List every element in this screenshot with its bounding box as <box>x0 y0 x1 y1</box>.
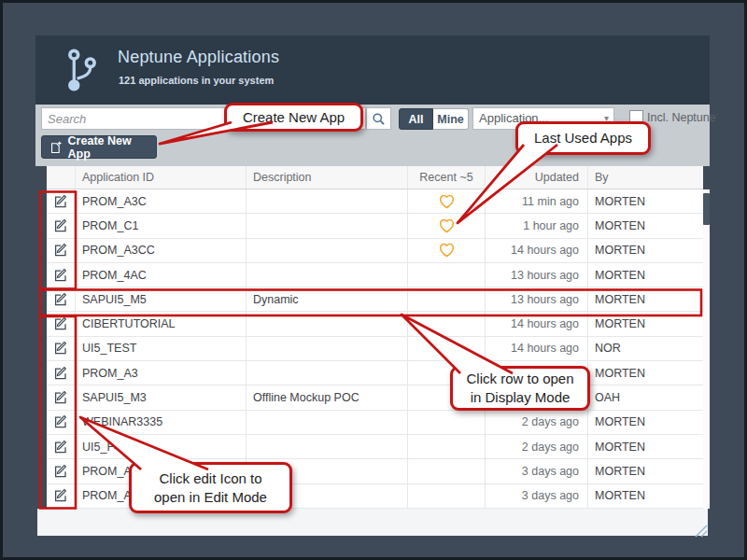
cell-by: MORTEN <box>588 312 703 335</box>
table-row[interactable]: PROM_4AC 13 hours ago MORTEN <box>47 263 703 287</box>
edit-icon-button[interactable] <box>47 385 76 409</box>
add-document-icon <box>49 140 63 155</box>
table-row[interactable]: UI5_TEST 14 hours ago NOR <box>47 337 703 361</box>
edit-icon-button[interactable] <box>47 312 76 335</box>
cell-description <box>247 361 408 385</box>
table-header-row: Application ID Description Recent ~5 Upd… <box>47 166 703 189</box>
cell-application-id: PROM_4AC <box>76 263 247 287</box>
header-updated[interactable]: Updated <box>486 166 588 189</box>
cell-by: MORTEN <box>588 459 703 483</box>
table-row[interactable]: PROM_C1 1 hour ago MORTEN <box>47 214 703 238</box>
search-button[interactable] <box>366 107 391 130</box>
cell-recent <box>408 287 486 311</box>
page-title: Neptune Applications <box>118 48 279 67</box>
cell-updated: 14 hours ago <box>486 337 588 360</box>
edit-icon-button[interactable] <box>47 189 76 213</box>
cell-description <box>247 337 408 360</box>
cell-description <box>247 239 408 262</box>
cell-recent <box>408 312 486 335</box>
edit-icon-button[interactable] <box>47 435 76 458</box>
header-description[interactable]: Description <box>247 166 408 189</box>
edit-icon <box>53 268 68 283</box>
table-row[interactable]: WEBINAR3335 2 days ago MORTEN <box>47 411 703 435</box>
cell-description <box>247 411 408 434</box>
cell-application-id: SAPUI5_M5 <box>76 287 247 311</box>
cell-application-id: PROM_A3CC <box>76 239 247 262</box>
edit-icon <box>53 464 68 479</box>
callout-edit-mode-line1: Click edit Icon to <box>159 469 261 488</box>
cell-recent <box>408 337 486 360</box>
cell-by: MORTEN <box>588 189 703 213</box>
cell-description <box>247 263 408 287</box>
table-row[interactable]: SAPUI5_M5 Dynamic 13 hours ago MORTEN <box>47 287 703 312</box>
cell-updated: 13 hours ago <box>486 263 588 287</box>
table-row[interactable]: PROM_A3C 11 min ago MORTEN <box>47 189 703 214</box>
create-new-app-button[interactable]: Create New App <box>41 135 157 159</box>
cell-updated: 14 hours ago <box>486 312 588 335</box>
resize-grip-icon[interactable] <box>693 523 708 538</box>
edit-icon-button[interactable] <box>47 484 76 508</box>
cell-updated: 14 hours ago <box>486 239 588 262</box>
callout-edit-mode-line2: open in Edit Mode <box>154 488 267 507</box>
cell-updated: 3 days ago <box>486 459 588 483</box>
callout-create-new-app-text: Create New App <box>243 108 345 127</box>
scrollbar-thumb[interactable] <box>703 193 710 225</box>
callout-last-used-apps-text: Last Used Apps <box>534 129 632 147</box>
edit-icon-button[interactable] <box>47 337 76 360</box>
cell-recent <box>408 484 486 508</box>
edit-icon-button[interactable] <box>47 361 76 385</box>
edit-icon-button[interactable] <box>47 263 76 287</box>
edit-icon-button[interactable] <box>47 459 76 483</box>
edit-icon <box>53 414 68 429</box>
table-row[interactable]: UI5_F4 2 days ago MORTEN <box>47 435 703 459</box>
cell-by: MORTEN <box>588 361 703 385</box>
header-application-id[interactable]: Application ID <box>76 166 247 189</box>
cell-updated: 2 days ago <box>486 411 588 434</box>
edit-icon <box>53 390 68 405</box>
table-row[interactable]: PROM_A3 MORTEN <box>47 361 703 385</box>
edit-icon <box>53 316 68 331</box>
table-row[interactable]: PROM_A3CC 14 hours ago MORTEN <box>47 239 703 263</box>
cell-by: NOR <box>588 337 703 360</box>
cell-updated: 3 days ago <box>486 484 588 508</box>
cell-by: MORTEN <box>588 484 703 508</box>
screenshot-stage: Neptune Applications 121 applications in… <box>0 0 747 560</box>
cell-description <box>247 435 408 458</box>
filter-mine-segment[interactable]: Mine <box>433 108 469 130</box>
cell-application-id: PROM_A3C <box>76 189 247 213</box>
edit-icon <box>53 218 68 233</box>
cell-recent <box>408 459 486 483</box>
edit-icon-button[interactable] <box>47 287 76 311</box>
cell-by: MORTEN <box>588 411 703 434</box>
edit-icon <box>53 194 68 209</box>
edit-icon-button[interactable] <box>47 214 76 237</box>
edit-icon <box>53 366 68 381</box>
edit-icon-button[interactable] <box>47 239 76 262</box>
cell-updated: 11 min ago <box>486 189 588 213</box>
table-row[interactable]: CIBERTUTORIAL 14 hours ago MORTEN <box>47 312 703 336</box>
filter-all-segment[interactable]: All <box>399 108 433 130</box>
cell-by: OAH <box>588 385 703 409</box>
applications-table: Application ID Description Recent ~5 Upd… <box>47 166 703 509</box>
edit-icon <box>53 488 68 503</box>
window-header: Neptune Applications 121 applications in… <box>35 35 710 105</box>
cell-by: MORTEN <box>588 435 703 458</box>
header-recent[interactable]: Recent ~5 <box>408 166 486 189</box>
page-subtitle: 121 applications in your system <box>119 75 274 86</box>
cell-recent <box>408 189 486 213</box>
header-by[interactable]: By <box>588 166 703 189</box>
table-row[interactable]: SAPUI5_M3 Offline Mockup POC OAH <box>47 385 703 410</box>
cell-by: MORTEN <box>588 214 703 237</box>
vertical-scrollbar[interactable] <box>703 189 710 509</box>
cell-description: Offline Mockup POC <box>247 385 408 409</box>
cell-recent <box>408 239 486 262</box>
callout-display-mode-line1: Click row to open <box>466 370 573 388</box>
cell-description <box>247 312 408 335</box>
cell-recent <box>408 411 486 434</box>
favorite-heart-icon <box>439 194 455 209</box>
cell-by: MORTEN <box>588 287 703 311</box>
cell-recent <box>408 263 486 287</box>
cell-recent <box>408 214 486 237</box>
edit-icon-button[interactable] <box>47 411 76 434</box>
cell-application-id: PROM_A3 <box>76 361 247 385</box>
